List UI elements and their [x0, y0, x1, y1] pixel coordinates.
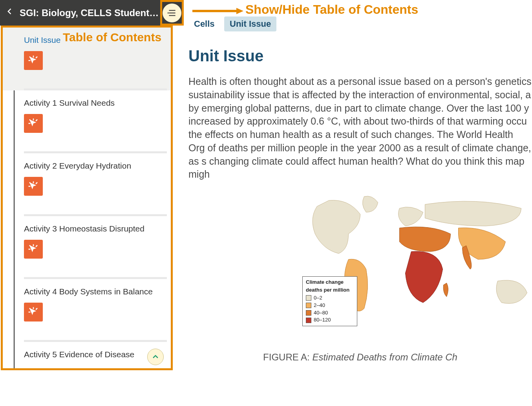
body-paragraph: Health is often thought about as a perso… [188, 75, 532, 181]
legend-title-1: Climate change [306, 279, 354, 286]
legend-label: 2–40 [314, 302, 325, 309]
activity-thumb[interactable] [24, 114, 43, 133]
figure-caption-prefix: FIGURE A: [263, 352, 312, 362]
svg-line-15 [29, 182, 31, 184]
chevron-up-icon [152, 353, 159, 361]
toc-item-label: Activity 2 Everyday Hydration [24, 161, 166, 171]
legend-swatch [306, 318, 311, 323]
back-button[interactable] [0, 6, 20, 20]
svg-line-20 [36, 245, 37, 247]
legend-label: 80–120 [314, 317, 331, 323]
top-bar: SGI: Biology, CELLS Student B... [0, 0, 184, 26]
figure-map: Climate change deaths per million 0–2 2–… [188, 191, 532, 332]
toc-item-label: Activity 3 Homeostasis Disrupted [24, 224, 166, 233]
toc-item-label: Activity 1 Survival Needs [24, 98, 166, 108]
svg-line-12 [36, 119, 37, 121]
svg-line-16 [36, 182, 37, 184]
page-header-title: SGI: Biology, CELLS Student B... [20, 7, 163, 18]
legend-row: 40–80 [306, 310, 354, 316]
svg-line-11 [29, 119, 31, 121]
svg-line-19 [29, 245, 31, 247]
annotation-toc-label: Table of Contents [63, 31, 161, 44]
svg-line-7 [29, 57, 31, 58]
activity-thumb[interactable] [24, 177, 43, 196]
figure-caption-title: Estimated Deaths from Climate Ch [312, 352, 457, 362]
cursor-click-icon [27, 243, 39, 255]
toc-item-label: Activity 4 Body Systems in Balance [24, 287, 166, 296]
toc-item-activity-4[interactable]: Activity 4 Body Systems in Balance [3, 279, 171, 342]
cursor-click-icon [27, 180, 39, 192]
map-legend: Climate change deaths per million 0–2 2–… [302, 276, 357, 326]
activity-thumb[interactable] [24, 51, 43, 70]
legend-swatch [306, 310, 311, 316]
annotation-arrow-icon [192, 7, 243, 15]
legend-row: 2–40 [306, 302, 354, 309]
legend-label: 40–80 [314, 310, 328, 316]
main-content: Cells Unit Issue Unit Issue Health is of… [188, 17, 532, 406]
figure-caption: FIGURE A: Estimated Deaths from Climate … [188, 352, 532, 363]
breadcrumb-cells[interactable]: Cells [188, 17, 220, 31]
legend-swatch [306, 295, 311, 301]
activity-thumb[interactable] [24, 303, 43, 321]
list-icon [167, 8, 177, 18]
legend-row: 0–2 [306, 295, 354, 301]
cursor-click-icon [27, 118, 39, 129]
svg-line-24 [36, 308, 37, 310]
toc-toggle-button[interactable] [163, 4, 181, 22]
toc-item-activity-2[interactable]: Activity 2 Everyday Hydration [3, 153, 171, 216]
toc-item-activity-5[interactable]: Activity 5 Evidence of Disease [3, 342, 171, 366]
annotation-toggle-label: Show/Hide Table of Contents [245, 2, 418, 17]
toc-sidebar: Unit Issue Activity 1 Survival Needs Act… [3, 28, 171, 368]
activity-thumb[interactable] [24, 240, 43, 259]
breadcrumb-unit-issue[interactable]: Unit Issue [224, 17, 276, 31]
legend-row: 80–120 [306, 317, 354, 323]
cursor-click-icon [27, 306, 39, 318]
legend-swatch [306, 303, 311, 308]
svg-marker-4 [236, 8, 243, 14]
toc-scroll-area[interactable]: Unit Issue Activity 1 Survival Needs Act… [3, 28, 171, 368]
legend-label: 0–2 [314, 295, 322, 301]
toc-item-activity-3[interactable]: Activity 3 Homeostasis Disrupted [3, 216, 171, 279]
svg-line-23 [29, 308, 31, 310]
toc-item-label: Activity 5 Evidence of Disease [24, 350, 166, 359]
breadcrumb: Cells Unit Issue [188, 17, 532, 31]
legend-title-2: deaths per million [306, 287, 354, 294]
page-title: Unit Issue [188, 47, 532, 65]
cursor-click-icon [27, 55, 39, 66]
svg-line-8 [36, 57, 37, 58]
collapse-up-button[interactable] [147, 349, 164, 365]
toc-item-activity-1[interactable]: Activity 1 Survival Needs [3, 90, 171, 153]
